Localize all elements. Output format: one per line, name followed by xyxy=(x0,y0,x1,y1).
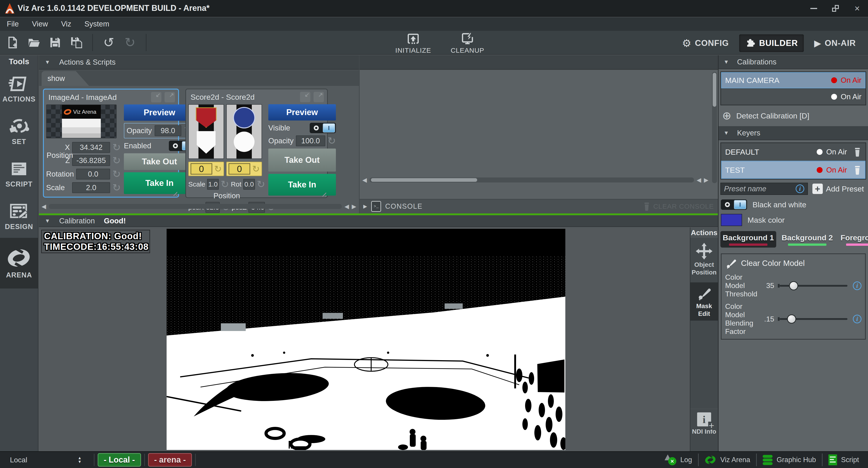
reset-x-icon[interactable]: ↻ xyxy=(112,143,121,152)
keyers-header[interactable]: ▼ Keyers xyxy=(719,126,868,140)
pop-out-icon[interactable] xyxy=(164,92,175,102)
initialize-button[interactable]: INITIALIZE xyxy=(393,32,434,54)
config-mode-button[interactable]: ⚙ CONFIG xyxy=(676,33,735,53)
scale-field[interactable]: 1.0 xyxy=(207,179,219,190)
away-team-thumbnail[interactable] xyxy=(226,104,262,159)
expand-icon[interactable]: ▶ xyxy=(363,204,367,209)
builder-mode-button[interactable]: BUILDER xyxy=(739,34,804,52)
score2d-card-header[interactable]: Score2d - Score2d xyxy=(186,89,327,103)
sidebar-item-arena[interactable]: ARENA xyxy=(0,238,38,288)
reset-away-score-icon[interactable]: ↻ xyxy=(252,164,260,174)
console-bar[interactable]: ▶ >_ CONSOLE CLEAR CONSOLE xyxy=(360,199,718,213)
log-status[interactable]: × Log xyxy=(664,455,692,465)
rotation-field[interactable]: 0.0 xyxy=(76,169,110,180)
position-z-field[interactable]: -36.8285 xyxy=(72,155,110,166)
menu-viz[interactable]: Viz xyxy=(61,20,71,28)
away-score-field[interactable]: 0 xyxy=(228,163,250,175)
scroll-right-icon[interactable]: ▶ xyxy=(704,177,711,184)
threshold-slider[interactable] xyxy=(780,285,847,287)
menu-file[interactable]: File xyxy=(7,20,19,28)
open-folder-button[interactable] xyxy=(27,35,41,50)
scroll-left-icon[interactable]: ◀ xyxy=(39,203,49,210)
preset-name-input[interactable]: Preset name i xyxy=(720,183,808,195)
onair-mode-button[interactable]: ▶ ON-AIR xyxy=(808,34,862,52)
sidebar-item-set[interactable]: SET xyxy=(0,110,38,153)
reset-scale-icon[interactable]: ↻ xyxy=(112,183,121,193)
scroll-left-icon[interactable]: ◀ xyxy=(360,177,370,184)
mask-color-swatch[interactable] xyxy=(721,214,742,226)
show-panel-hscrollbar[interactable]: ◀ ◀ ▶ xyxy=(39,202,359,211)
opacity-field[interactable]: 98.0 xyxy=(155,125,181,136)
canvas-vscrollbar[interactable] xyxy=(712,72,717,183)
blending-slider[interactable] xyxy=(780,318,847,320)
rot-field[interactable]: 0.0 xyxy=(243,179,255,190)
menu-system[interactable]: System xyxy=(84,20,109,28)
reset-opacity-icon[interactable]: ↻ xyxy=(328,136,336,146)
score2d-takeout-button[interactable]: Take Out xyxy=(268,149,336,171)
clear-console-button[interactable]: CLEAR CONSOLE xyxy=(653,202,714,210)
cleanup-button[interactable]: CLEANUP xyxy=(447,32,488,54)
new-document-button[interactable] xyxy=(5,35,20,50)
calibration-row-empty[interactable]: On Air xyxy=(721,88,866,105)
add-preset-button[interactable]: + Add Preset xyxy=(812,184,866,194)
reset-rotation-icon[interactable]: ↻ xyxy=(112,169,121,179)
home-score-field[interactable]: 0 xyxy=(191,163,212,175)
home-team-thumbnail[interactable] xyxy=(188,104,224,159)
canvas-hscrollbar[interactable]: ◀ ◀ ▶ xyxy=(360,176,711,184)
position-x-field[interactable]: 34.342 xyxy=(72,142,110,153)
save-button[interactable] xyxy=(48,35,62,50)
reset-rot-icon[interactable]: ↻ xyxy=(257,179,265,189)
detect-calibration-button[interactable]: ⊕ Detect Calibration [D] xyxy=(719,105,868,126)
dock-in-icon[interactable] xyxy=(151,92,161,102)
tab-background-2[interactable]: Background 2 xyxy=(779,231,835,248)
reset-home-score-icon[interactable]: ↻ xyxy=(214,164,222,174)
viz-arena-status[interactable]: Viz Arena xyxy=(705,455,750,465)
channel-arena-button[interactable]: - arena - xyxy=(148,453,192,467)
delete-keyer-icon[interactable] xyxy=(853,147,862,157)
ndi-info-tool[interactable]: i + NDI Info xyxy=(690,409,718,439)
sidebar-item-design[interactable]: DESIGN xyxy=(0,195,38,238)
visible-toggle[interactable]: I xyxy=(310,123,336,133)
imagead-card-header[interactable]: ImageAd - ImageAd xyxy=(44,90,178,103)
redo-button[interactable]: ↻ xyxy=(123,35,137,50)
script-status[interactable]: Script xyxy=(829,455,859,465)
reset-scale-icon[interactable]: ↻ xyxy=(221,179,229,189)
reset-z-icon[interactable]: ↻ xyxy=(112,156,121,165)
sidebar-item-actions[interactable]: ACTIONS xyxy=(0,68,38,110)
imagead-takein-button[interactable]: Take In xyxy=(124,172,195,194)
dock-in-icon[interactable] xyxy=(300,92,310,102)
score2d-preview-button[interactable]: Preview xyxy=(268,104,336,121)
scroll-right-icon[interactable]: ▶ xyxy=(352,203,359,210)
minimize-button[interactable] xyxy=(809,3,819,13)
undo-button[interactable]: ↺ xyxy=(101,35,116,50)
scale-field[interactable]: 2.0 xyxy=(72,182,110,193)
mask-preview-image[interactable] xyxy=(166,229,565,450)
clear-console-trash-icon[interactable] xyxy=(643,202,651,211)
pop-out-icon[interactable] xyxy=(313,92,324,102)
imagead-takeout-button[interactable]: Take Out xyxy=(124,153,195,170)
calibrations-header[interactable]: ▼ Calibrations xyxy=(719,55,868,69)
restore-button[interactable] xyxy=(831,3,840,13)
sidebar-item-script[interactable]: SCRIPT xyxy=(0,153,38,195)
calibration-row-main-camera[interactable]: MAIN CAMERA On Air xyxy=(721,72,866,88)
delete-keyer-icon[interactable] xyxy=(853,165,862,175)
tab-foreground-1[interactable]: Foreground 1 xyxy=(838,231,868,248)
tab-background-1[interactable]: Background 1 xyxy=(720,231,776,248)
save-as-button[interactable] xyxy=(69,35,84,50)
opacity-field[interactable]: 100.0 xyxy=(296,135,325,146)
graphic-hub-status[interactable]: Graphic Hub xyxy=(763,455,816,465)
imagead-preview-button[interactable]: Preview xyxy=(124,104,195,121)
close-button[interactable]: × xyxy=(852,3,862,13)
scroll-left-icon[interactable]: ◀ xyxy=(342,203,352,210)
clear-color-model-button[interactable]: Clear Color Model xyxy=(725,257,862,269)
keyer-row-default[interactable]: DEFAULT On Air xyxy=(721,143,866,161)
profile-select[interactable]: Local xyxy=(10,456,78,464)
menu-view[interactable]: View xyxy=(32,20,48,28)
actions-scripts-header[interactable]: ▼ Actions & Scripts xyxy=(39,55,718,70)
tab-show[interactable]: show xyxy=(41,71,89,86)
scroll-left-icon[interactable]: ◀ xyxy=(694,177,704,184)
mask-edit-tool[interactable]: Mask Edit xyxy=(690,282,718,320)
profile-updown-icon[interactable]: ▲▼ xyxy=(78,456,82,464)
channel-local-button[interactable]: - Local - xyxy=(98,453,141,467)
keyer-row-test[interactable]: TEST On Air xyxy=(721,161,866,179)
